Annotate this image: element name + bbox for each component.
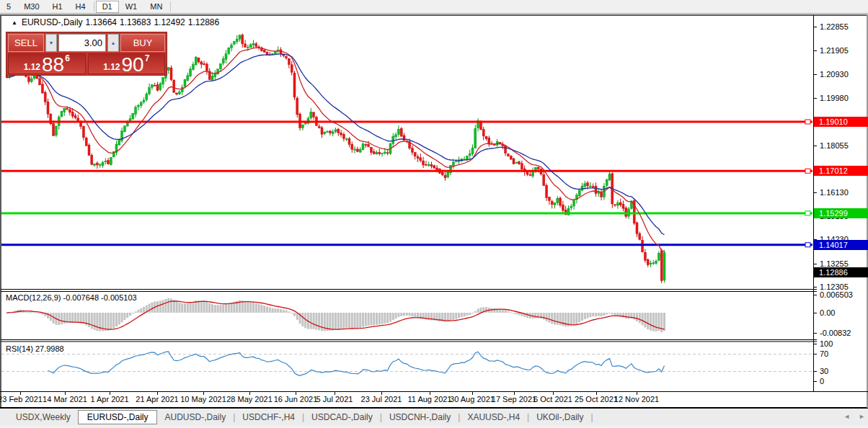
- one-click-trading-panel: SELL ▼ ▲ BUY 1.12 88 6 1.12 90 7: [6, 32, 167, 76]
- title-close: 1.12886: [188, 17, 219, 27]
- price-line-tag: 1.12886: [814, 267, 868, 277]
- chart-tab-bar: USDX,WeeklyEURUSD-,DailyAUDUSD-,Daily|US…: [0, 409, 868, 425]
- price-line-tag: 1.17012: [814, 166, 868, 176]
- tab-usdx-weekly[interactable]: USDX,Weekly: [9, 411, 78, 424]
- price-axis-label: 100: [820, 339, 833, 348]
- price-axis-label: -0.00832: [820, 329, 851, 337]
- timeframe-button-d1[interactable]: D1: [96, 1, 119, 13]
- buy-price-prefix: 1.12: [103, 61, 120, 73]
- price-axis-label: 1.16130: [820, 188, 849, 197]
- timeframe-button-5[interactable]: 5: [0, 1, 17, 13]
- sell-price-pip: 6: [65, 54, 70, 63]
- buy-price-pip: 7: [145, 54, 150, 63]
- tab-audusd-daily[interactable]: AUDUSD-,Daily: [157, 411, 233, 424]
- volume-decrease-button[interactable]: ▼: [45, 34, 57, 52]
- timeframe-button-h4[interactable]: H4: [69, 1, 92, 13]
- sell-price-box[interactable]: 1.12 88 6: [8, 53, 86, 74]
- timeframe-toolbar: 5M30H1H4D1W1MN: [0, 0, 868, 14]
- tab-usdcad-daily[interactable]: USDCAD-,Daily: [304, 411, 380, 424]
- buy-button[interactable]: BUY: [120, 34, 165, 52]
- tab-scroll-left-icon[interactable]: ◄: [843, 413, 850, 420]
- price-axis-label: 70: [820, 349, 828, 358]
- sell-price-prefix: 1.12: [24, 61, 40, 73]
- title-high: 1.13683: [120, 17, 151, 27]
- sell-button[interactable]: SELL: [8, 34, 44, 52]
- price-line-tag: 1.19010: [814, 117, 868, 127]
- price-axis-label: 1.18055: [820, 141, 849, 150]
- tab-separator: |: [591, 412, 593, 422]
- tab-scroll-right-icon[interactable]: ►: [859, 413, 865, 420]
- price-axis-label: 0.00: [820, 308, 835, 317]
- timeframe-button-h1[interactable]: H1: [46, 1, 69, 13]
- toolbar-separator: [94, 1, 94, 12]
- terminal-window: 5M30H1H4D1W1MN ▲EURUSD-,Daily1.136641.13…: [0, 0, 868, 428]
- title-symbol: EURUSD-,Daily: [22, 17, 83, 27]
- price-axis-label: 1.20930: [820, 70, 849, 79]
- timeframe-button-w1[interactable]: W1: [119, 1, 144, 13]
- buy-price-big: 90: [122, 55, 144, 73]
- panel-collapse-icon[interactable]: ▲: [12, 19, 17, 26]
- price-axis-label: 0.006503: [820, 290, 853, 299]
- arrow-up-icon: ▲: [111, 40, 116, 45]
- price-axis-label: 1.22855: [820, 22, 849, 31]
- price-axis-label: 30: [820, 367, 828, 375]
- title-low: 1.12492: [154, 17, 185, 27]
- volume-input[interactable]: [58, 34, 106, 52]
- date-label: 12 Nov 2021: [606, 395, 667, 404]
- tab-usdchf-h4[interactable]: USDCHF-,H4: [235, 411, 302, 424]
- price-line-tag: 1.14017: [814, 240, 868, 250]
- arrow-down-icon: ▼: [49, 40, 54, 45]
- tab-usdcnh-daily[interactable]: USDCNH-,Daily: [382, 411, 458, 424]
- price-axis-label: 0: [820, 377, 824, 385]
- timeframe-button-m30[interactable]: M30: [17, 1, 45, 13]
- sell-price-big: 88: [42, 55, 64, 73]
- macd-indicator-label: MACD(12,26,9) -0.007648 -0.005103: [6, 293, 137, 302]
- tab-scroll-buttons: ◄ ►: [843, 413, 865, 420]
- price-axis-label: 1.19980: [820, 94, 849, 102]
- price-line-tag: 1.15299: [814, 208, 868, 218]
- chart-title: ▲EURUSD-,Daily1.136641.136831.124921.128…: [12, 17, 222, 27]
- price-axis-label: 1.21905: [820, 46, 849, 55]
- tab-eurusd-daily[interactable]: EURUSD-,Daily: [78, 410, 158, 424]
- rsi-indicator-label: RSI(14) 27.9988: [6, 344, 64, 353]
- volume-increase-button[interactable]: ▲: [107, 34, 119, 52]
- timeframe-button-mn[interactable]: MN: [143, 1, 169, 13]
- tab-ukoil-daily[interactable]: UKOil-,Daily: [529, 411, 590, 424]
- tab-xauusd-h4[interactable]: XAUUSD-,H4: [460, 411, 527, 424]
- toolbar-separator: [170, 1, 171, 12]
- buy-price-box[interactable]: 1.12 90 7: [88, 53, 166, 74]
- title-open: 1.13664: [86, 17, 117, 27]
